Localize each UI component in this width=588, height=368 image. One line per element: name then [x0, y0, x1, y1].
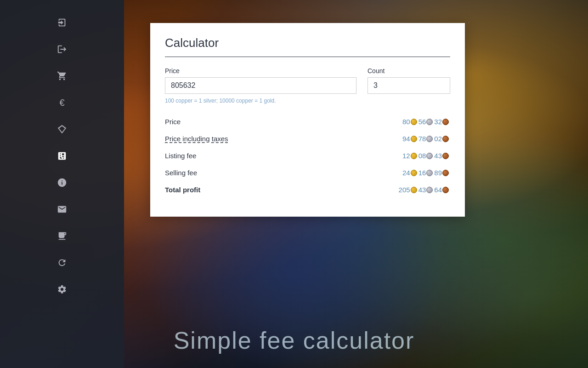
cart-icon[interactable] [48, 64, 76, 87]
table-row: Total profit 2054364 [165, 181, 450, 198]
silver-coin [426, 136, 433, 142]
profit-silver-amount: 43 [418, 186, 426, 194]
taxes-copper-amount: 02 [434, 135, 442, 143]
price-gold-amount: 80 [402, 118, 410, 126]
copper-coin [442, 119, 449, 125]
results-table: Price 805632 Price including taxes 94780… [165, 113, 450, 198]
count-input[interactable] [368, 77, 450, 94]
panel-divider [165, 57, 450, 57]
table-row: Price including taxes 947802 [165, 130, 450, 147]
price-input[interactable] [165, 77, 356, 94]
taxes-gold-amount: 94 [402, 135, 410, 143]
settings-icon[interactable] [48, 278, 76, 301]
gold-coin [411, 119, 417, 125]
total-profit-row-value: 2054364 [322, 181, 450, 198]
login-icon[interactable] [48, 11, 76, 34]
info-icon[interactable] [48, 171, 76, 194]
input-row: Price Count [165, 67, 450, 94]
total-profit-row-label: Total profit [165, 181, 322, 198]
listing-gold-amount: 12 [402, 152, 410, 160]
taxes-silver-amount: 78 [418, 135, 426, 143]
selling-fee-row-value: 241689 [322, 164, 450, 181]
silver-coin [426, 187, 433, 193]
selling-silver-amount: 16 [418, 169, 426, 177]
copper-coin [442, 153, 449, 159]
price-row-label: Price [165, 113, 322, 130]
gold-coin [411, 170, 417, 176]
copper-coin [442, 187, 449, 193]
sidebar: € [0, 0, 124, 368]
silver-coin [426, 119, 433, 125]
copper-coin [442, 170, 449, 176]
gold-coin [411, 153, 417, 159]
price-taxes-row-label: Price including taxes [165, 130, 322, 147]
price-taxes-row-value: 947802 [322, 130, 450, 147]
profit-gold-amount: 205 [399, 186, 410, 194]
price-row-value: 805632 [322, 113, 450, 130]
listing-copper-amount: 43 [434, 152, 442, 160]
listing-silver-amount: 08 [418, 152, 426, 160]
gem-icon[interactable] [48, 118, 76, 141]
copper-coin [442, 136, 449, 142]
count-group: Count [368, 67, 450, 94]
listing-fee-row-label: Listing fee [165, 147, 322, 164]
currency-icon[interactable]: € [48, 91, 76, 114]
count-label: Count [368, 67, 450, 75]
mail-icon[interactable] [48, 198, 76, 221]
listing-fee-row-value: 120843 [322, 147, 450, 164]
hint-text: 100 copper = 1 silver; 10000 copper = 1 … [165, 98, 450, 104]
refresh-icon[interactable] [48, 251, 76, 274]
selling-fee-row-label: Selling fee [165, 164, 322, 181]
table-row: Price 805632 [165, 113, 450, 130]
price-silver-amount: 56 [418, 118, 426, 126]
gold-coin [411, 136, 417, 142]
price-group: Price [165, 67, 356, 94]
calculator-panel: Calculator Price Count 100 copper = 1 si… [150, 23, 465, 217]
selling-copper-amount: 89 [434, 169, 442, 177]
panel-title: Calculator [165, 36, 450, 50]
silver-coin [426, 170, 433, 176]
table-row: Selling fee 241689 [165, 164, 450, 181]
news-icon[interactable] [48, 224, 76, 247]
selling-gold-amount: 24 [402, 169, 410, 177]
gold-coin [411, 187, 417, 193]
calculator-nav-icon[interactable] [48, 144, 76, 167]
profit-copper-amount: 64 [434, 186, 442, 194]
price-label: Price [165, 67, 356, 75]
logout-icon[interactable] [48, 38, 76, 61]
silver-coin [426, 153, 433, 159]
price-copper-amount: 32 [434, 118, 442, 126]
table-row: Listing fee 120843 [165, 147, 450, 164]
